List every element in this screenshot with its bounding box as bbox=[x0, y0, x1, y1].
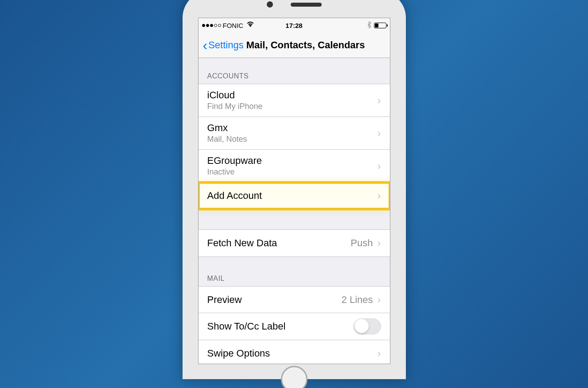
account-subtitle: Find My iPhone bbox=[207, 102, 263, 111]
back-label: Settings bbox=[208, 39, 244, 51]
account-subtitle: Mail, Notes bbox=[207, 135, 247, 144]
preview-value: 2 Lines bbox=[342, 294, 373, 306]
chevron-right-icon: › bbox=[378, 160, 381, 172]
chevron-right-icon: › bbox=[378, 94, 381, 107]
chevron-right-icon: › bbox=[378, 190, 381, 202]
fetch-value: Push bbox=[350, 237, 373, 249]
status-bar: FONIC 17:28 bbox=[199, 18, 390, 32]
phone-hardware-top bbox=[198, 0, 390, 18]
status-bar-right bbox=[367, 21, 386, 30]
signal-strength-icon bbox=[202, 24, 221, 27]
settings-content: ACCOUNTS iCloud Find My iPhone › Gmx Mai… bbox=[199, 58, 390, 364]
phone-frame: FONIC 17:28 ‹ Settings Mail, Contac bbox=[183, 0, 406, 379]
fetch-group: Fetch New Data Push › bbox=[199, 229, 390, 257]
camera-dot bbox=[267, 1, 273, 8]
account-title: Gmx bbox=[207, 122, 247, 134]
account-item-egroupware[interactable]: EGroupware Inactive › bbox=[199, 150, 390, 182]
bluetooth-icon bbox=[367, 21, 371, 30]
wifi-icon bbox=[246, 21, 254, 29]
carrier-label: FONIC bbox=[223, 22, 244, 29]
status-bar-time: 17:28 bbox=[285, 22, 302, 29]
preview-item[interactable]: Preview 2 Lines › bbox=[199, 287, 390, 313]
navigation-bar: ‹ Settings Mail, Contacts, Calendars bbox=[199, 32, 390, 58]
swipe-options-label: Swipe Options bbox=[207, 348, 270, 359]
account-title: iCloud bbox=[207, 89, 263, 101]
mail-settings-list: Preview 2 Lines › Show To/Cc Label Swipe… bbox=[199, 286, 390, 364]
speaker-grille bbox=[291, 3, 322, 7]
accounts-list: iCloud Find My iPhone › Gmx Mail, Notes … bbox=[199, 84, 390, 210]
chevron-right-icon: › bbox=[378, 127, 381, 140]
fetch-new-data-item[interactable]: Fetch New Data Push › bbox=[199, 230, 390, 256]
account-item-icloud[interactable]: iCloud Find My iPhone › bbox=[199, 84, 390, 117]
show-to-cc-item[interactable]: Show To/Cc Label bbox=[199, 313, 390, 340]
chevron-right-icon: › bbox=[378, 237, 381, 249]
toggle-knob bbox=[354, 319, 369, 333]
fetch-label: Fetch New Data bbox=[207, 237, 277, 249]
account-title: EGroupware bbox=[207, 155, 262, 167]
mail-section-header: MAIL bbox=[199, 257, 390, 286]
account-subtitle: Inactive bbox=[207, 167, 262, 177]
status-bar-left: FONIC bbox=[202, 21, 255, 29]
show-to-cc-toggle[interactable] bbox=[354, 318, 381, 334]
phone-screen: FONIC 17:28 ‹ Settings Mail, Contac bbox=[198, 18, 390, 364]
back-button[interactable]: ‹ Settings bbox=[203, 38, 244, 52]
preview-label: Preview bbox=[207, 294, 242, 306]
chevron-right-icon: › bbox=[378, 347, 381, 360]
add-account-label: Add Account bbox=[207, 190, 262, 202]
account-item-gmx[interactable]: Gmx Mail, Notes › bbox=[199, 117, 390, 150]
chevron-right-icon: › bbox=[378, 294, 381, 306]
battery-icon bbox=[374, 23, 386, 28]
accounts-section-header: ACCOUNTS bbox=[199, 58, 390, 84]
home-button[interactable] bbox=[281, 366, 308, 388]
add-account-button[interactable]: Add Account › bbox=[199, 182, 390, 209]
show-to-cc-label: Show To/Cc Label bbox=[207, 321, 286, 332]
chevron-left-icon: ‹ bbox=[203, 38, 208, 52]
page-title: Mail, Contacts, Calendars bbox=[246, 39, 365, 51]
swipe-options-item[interactable]: Swipe Options › bbox=[199, 340, 390, 364]
